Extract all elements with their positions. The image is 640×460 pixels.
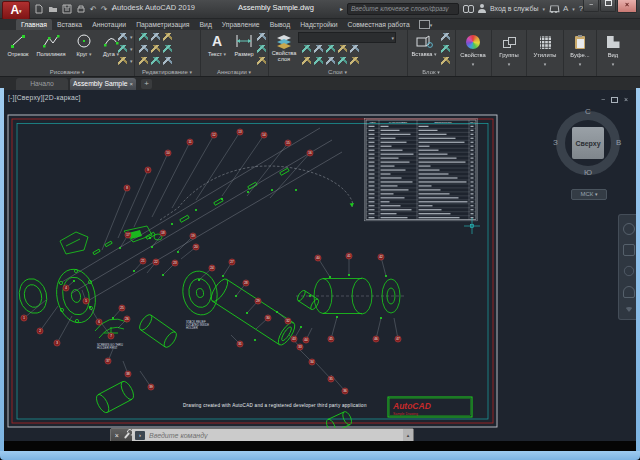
navigation-bar[interactable] bbox=[618, 214, 636, 320]
customize-wrench-icon[interactable] bbox=[124, 432, 130, 439]
panel-groups-collapsed[interactable]: Группы ▾ bbox=[492, 30, 527, 76]
svg-text:ITEM: ITEM bbox=[370, 121, 376, 124]
viewcube-east[interactable]: В bbox=[616, 138, 621, 147]
insert-block-tool[interactable]: Вставка ▾ bbox=[410, 32, 438, 57]
close-icon[interactable]: × bbox=[115, 432, 119, 439]
open-folder-icon[interactable] bbox=[48, 4, 58, 14]
search-icon[interactable] bbox=[463, 5, 474, 12]
draw-extra-row3[interactable]: ▾ bbox=[118, 57, 133, 65]
viewport-close-icon[interactable]: × bbox=[624, 96, 628, 103]
viewport-controls-label[interactable]: [-][Сверху][2D-каркас] bbox=[8, 94, 81, 101]
tab-parametric[interactable]: Параметризация bbox=[131, 19, 194, 30]
viewcube-west[interactable]: З bbox=[553, 138, 558, 147]
text-icon: A bbox=[205, 32, 229, 50]
new-tab-button[interactable]: + bbox=[141, 79, 152, 89]
app-menu-button[interactable]: A▾ bbox=[2, 1, 30, 20]
tab-home[interactable]: Главная bbox=[16, 19, 52, 30]
stretch-icon[interactable] bbox=[139, 57, 172, 65]
close-icon[interactable]: × bbox=[129, 81, 133, 87]
plot-icon[interactable] bbox=[76, 4, 86, 14]
circle-tool[interactable]: Круг ▾ bbox=[71, 32, 97, 57]
tab-insert[interactable]: Вставка bbox=[52, 19, 87, 30]
save-icon[interactable] bbox=[62, 4, 72, 14]
steering-wheel-icon[interactable] bbox=[623, 223, 635, 235]
move-icon[interactable] bbox=[139, 33, 172, 41]
ribbon-options-icon[interactable] bbox=[419, 20, 430, 29]
panel-draw: Отрезок Полилиния Круг ▾ Дуга ▾ ▾ ▾ ▾ Ри… bbox=[0, 30, 135, 76]
zoom-icon[interactable] bbox=[623, 265, 633, 275]
panel-utilities-collapsed[interactable]: Утилиты ▾ bbox=[527, 30, 564, 76]
panel-label-block[interactable]: Блок ▾ bbox=[407, 69, 455, 75]
orbit-icon[interactable] bbox=[623, 286, 635, 298]
layer-properties-tool[interactable]: Свойства слоя bbox=[270, 32, 298, 62]
svg-text:16: 16 bbox=[308, 151, 312, 155]
tab-collaborate[interactable]: Совместная работа bbox=[343, 19, 415, 30]
sign-in-label[interactable]: Вход в службы bbox=[490, 5, 538, 12]
file-tab-start[interactable]: Начало bbox=[16, 78, 68, 90]
redo-icon[interactable]: ↷ bbox=[101, 5, 108, 14]
command-prompt-icon[interactable]: › bbox=[135, 431, 145, 440]
close-button[interactable]: × bbox=[617, 0, 637, 13]
dimension-tool[interactable]: Размер bbox=[231, 32, 257, 57]
viewcube-south[interactable]: Ю bbox=[584, 168, 592, 177]
tab-view[interactable]: Вид bbox=[195, 19, 217, 30]
viewport-minimize-icon[interactable]: − bbox=[601, 96, 605, 103]
panel-clipboard-collapsed[interactable]: Буфе... ▾ bbox=[564, 30, 597, 76]
panel-block: Вставка ▾ Блок ▾ bbox=[407, 30, 456, 76]
svg-text:PART NUMBER: PART NUMBER bbox=[389, 121, 407, 124]
viewcube-top-face[interactable]: Сверху bbox=[572, 127, 604, 159]
panel-view-collapsed[interactable]: Вид ▾ bbox=[597, 30, 629, 76]
block-edit-icon[interactable] bbox=[441, 33, 450, 41]
window-buttons: − × bbox=[583, 0, 637, 13]
draw-extra-row1[interactable]: ▾ bbox=[118, 33, 133, 41]
panel-label-layers[interactable]: Слои ▾ bbox=[268, 69, 407, 75]
text-tool[interactable]: A Текст ▾ bbox=[205, 32, 229, 57]
file-tab-assembly-sample[interactable]: Assembly Sample× bbox=[70, 78, 136, 90]
window-border-bottom bbox=[0, 451, 640, 460]
svg-text:13: 13 bbox=[238, 130, 242, 134]
copy-icon[interactable] bbox=[139, 45, 172, 53]
ucs-selector[interactable]: МСК ▾ bbox=[571, 189, 607, 200]
panel-modify: Редактирование ▾ bbox=[134, 30, 201, 76]
cad-drawing: ITEMPART NUMBERDESCRIPTIONQTY 1234567891… bbox=[4, 90, 636, 441]
sign-in-dropdown-icon[interactable]: ▾ bbox=[542, 6, 545, 12]
line-tool[interactable]: Отрезок bbox=[4, 32, 32, 57]
pan-icon[interactable] bbox=[623, 244, 635, 256]
minimize-button[interactable]: − bbox=[583, 0, 599, 12]
svg-text:30: 30 bbox=[266, 316, 270, 320]
app-store-icon[interactable] bbox=[549, 5, 559, 13]
panel-label-annotation[interactable]: Аннотации ▾ bbox=[200, 69, 268, 75]
app-title: Autodesk AutoCAD 2019 bbox=[112, 3, 195, 12]
showmotion-icon[interactable] bbox=[625, 307, 633, 312]
polyline-tool[interactable]: Полилиния bbox=[33, 32, 69, 57]
tab-output[interactable]: Вывод bbox=[265, 19, 296, 30]
viewcube[interactable]: С В Ю З Сверху bbox=[555, 110, 621, 176]
layer-select[interactable]: ▾ bbox=[298, 32, 396, 43]
undo-icon[interactable]: ↶ bbox=[90, 5, 97, 14]
leader-icon[interactable] bbox=[257, 33, 266, 41]
block-define-icon[interactable] bbox=[441, 45, 450, 53]
help-search-input[interactable] bbox=[347, 3, 459, 15]
block-attrib-icon[interactable] bbox=[441, 57, 450, 65]
new-file-icon[interactable] bbox=[34, 4, 44, 14]
ribbon-options-dropdown-icon[interactable]: ▾ bbox=[430, 22, 433, 28]
tab-annotate[interactable]: Аннотации bbox=[87, 19, 131, 30]
share-dropdown-icon[interactable]: ▾ bbox=[572, 6, 575, 12]
viewcube-north[interactable]: С bbox=[585, 107, 591, 116]
maximize-button[interactable] bbox=[600, 0, 616, 12]
draw-extra-row2[interactable]: ▾ bbox=[118, 45, 133, 53]
svg-text:25: 25 bbox=[120, 306, 124, 310]
layer-tools-row2[interactable] bbox=[302, 57, 359, 65]
tab-manage[interactable]: Управление bbox=[217, 19, 265, 30]
table-icon[interactable] bbox=[257, 45, 266, 53]
panel-properties-collapsed[interactable]: Свойства ▾ bbox=[455, 30, 492, 76]
layer-tools-row1[interactable] bbox=[302, 45, 359, 53]
panel-label-draw[interactable]: Рисование ▾ bbox=[0, 69, 134, 75]
viewport-restore-icon[interactable] bbox=[611, 97, 618, 103]
share-icon[interactable]: A bbox=[563, 4, 568, 14]
panel-label-modify[interactable]: Редактирование ▾ bbox=[134, 69, 200, 75]
search-expander-icon[interactable]: ▸ bbox=[340, 4, 343, 14]
markup-icon[interactable] bbox=[257, 57, 266, 65]
drawing-canvas[interactable]: ITEMPART NUMBERDESCRIPTIONQTY 1234567891… bbox=[4, 90, 636, 441]
tab-addins[interactable]: Надстройки bbox=[295, 19, 342, 30]
